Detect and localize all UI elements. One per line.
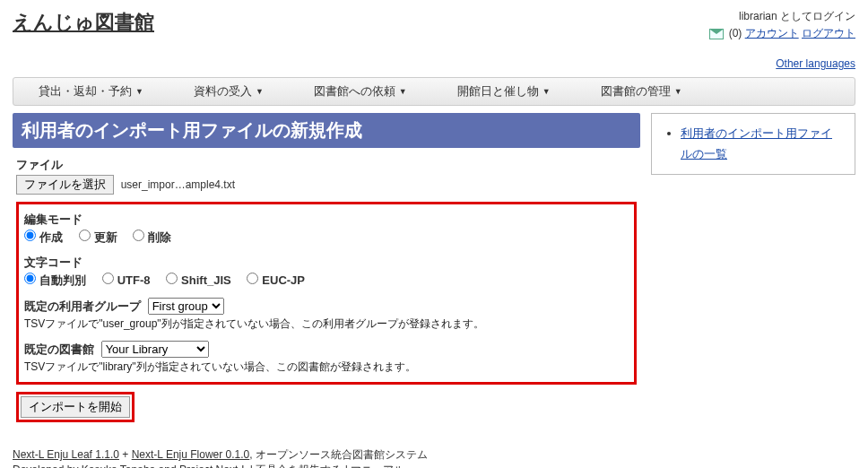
main-menu: 貸出・返却・予約▼ 資料の受入▼ 図書館への依頼▼ 開館日と催し物▼ 図書館の管… (13, 77, 855, 106)
charset-sjis[interactable]: Shift_JIS (166, 273, 231, 287)
footer-flower-link[interactable]: Next-L Enju Flower 0.1.0 (132, 448, 250, 461)
other-languages-link[interactable]: Other languages (709, 57, 855, 70)
menu-checkout[interactable]: 貸出・返却・予約▼ (13, 83, 169, 100)
logout-link[interactable]: ログアウト (802, 27, 855, 39)
charset-label: 文字コード (24, 255, 629, 271)
footer-dev-name[interactable]: Kosuke Tanabe (82, 464, 156, 468)
login-status: librarian としてログイン (709, 9, 855, 24)
start-import-button[interactable]: インポートを開始 (21, 396, 130, 418)
site-title[interactable]: えんじゅ図書館 (13, 9, 154, 36)
footer-leaf-link[interactable]: Next-L Enju Leaf 1.1.0 (13, 448, 119, 461)
chevron-down-icon: ▼ (256, 87, 264, 96)
charset-auto[interactable]: 自動判別 (24, 273, 86, 287)
menu-events[interactable]: 開館日と催し物▼ (432, 83, 576, 100)
file-name: user_impor…ample4.txt (121, 178, 235, 191)
mail-icon[interactable] (709, 29, 724, 39)
chevron-down-icon: ▼ (135, 87, 143, 96)
edit-mode-update[interactable]: 更新 (79, 230, 117, 244)
chevron-down-icon: ▼ (399, 87, 407, 96)
menu-admin[interactable]: 図書館の管理▼ (576, 83, 707, 100)
import-options-box: 編集モード 作成 更新 削除 文字コード 自動判別 UTF-8 Shift_JI… (16, 202, 637, 385)
default-group-help: TSVファイルで"user_group"列が指定されていない場合、この利用者グル… (24, 316, 629, 332)
default-group-select[interactable]: First group (148, 298, 224, 315)
footer: Next-L Enju Leaf 1.1.0 + Next-L Enju Flo… (13, 447, 855, 468)
file-label: ファイル (16, 157, 637, 173)
default-group-label: 既定の利用者グループ (24, 299, 141, 313)
sidebar-import-files-list-link[interactable]: 利用者のインポート用ファイルの一覧 (681, 126, 832, 160)
menu-acquisition[interactable]: 資料の受入▼ (169, 83, 289, 100)
edit-mode-create[interactable]: 作成 (24, 230, 63, 244)
chevron-down-icon: ▼ (542, 87, 551, 96)
footer-report-link[interactable]: 不具合を報告する (256, 464, 342, 468)
page-title: 利用者のインポート用ファイルの新規作成 (13, 113, 640, 148)
edit-mode-label: 編集モード (24, 212, 629, 228)
edit-mode-delete[interactable]: 削除 (133, 230, 171, 244)
file-select-button[interactable]: ファイルを選択 (16, 175, 114, 195)
chevron-down-icon: ▼ (674, 87, 682, 96)
footer-dev-org[interactable]: Project Next-L (179, 464, 247, 468)
menu-requests[interactable]: 図書館への依頼▼ (289, 83, 432, 100)
default-library-label: 既定の図書館 (24, 342, 94, 356)
user-area: librarian としてログイン (0) アカウント ログアウト Other … (709, 9, 855, 70)
charset-utf8[interactable]: UTF-8 (102, 273, 151, 287)
default-library-help: TSVファイルで"library"列が指定されていない場合、この図書館が登録され… (24, 360, 629, 375)
charset-eucjp[interactable]: EUC-JP (247, 273, 305, 287)
default-library-select[interactable]: Your Library (101, 341, 209, 358)
account-link[interactable]: アカウント (745, 27, 799, 39)
footer-manual-link[interactable]: マニュアル (351, 464, 404, 468)
sidebar: 利用者のインポート用ファイルの一覧 (651, 113, 855, 175)
mail-count: (0) (729, 27, 742, 39)
